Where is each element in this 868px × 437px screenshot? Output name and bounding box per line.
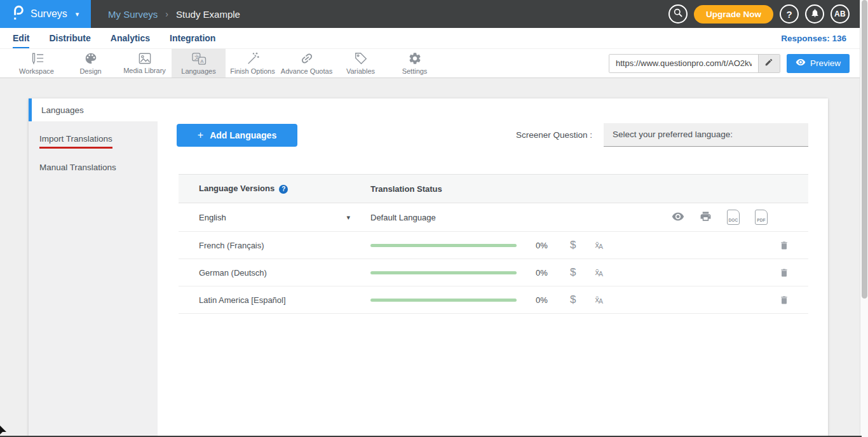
table-row-language: Latin America [Español] 0% $ x̄A bbox=[179, 286, 808, 314]
translate-icon[interactable]: x̄A bbox=[595, 295, 603, 305]
side-item-import-translations[interactable]: Import Translations bbox=[29, 127, 158, 156]
toolbar-item-label: Languages bbox=[181, 67, 215, 75]
nav-tab-edit[interactable]: Edit bbox=[13, 28, 29, 48]
caret-down-icon: ▾ bbox=[346, 213, 350, 222]
toolbar-item-settings[interactable]: Settings bbox=[388, 49, 442, 77]
export-pdf-icon[interactable]: PDF bbox=[755, 210, 768, 225]
nav-tab-integration[interactable]: Integration bbox=[170, 28, 215, 48]
survey-url-input[interactable] bbox=[609, 55, 758, 72]
toolbar-item-variables[interactable]: Variables bbox=[334, 49, 388, 77]
translate-icon[interactable]: x̄A bbox=[595, 240, 603, 250]
content-wrap: Surveys ▾ My Surveys › Study Example Upg… bbox=[0, 0, 860, 437]
column-translation-status: Translation Status bbox=[370, 184, 808, 194]
page-background: Languages Import Translations Manual Tra… bbox=[0, 78, 860, 437]
main-top-row: + Add Languages Screener Question : Sele… bbox=[179, 123, 808, 147]
toolbar-item-finish-options[interactable]: Finish Options bbox=[226, 49, 280, 77]
help-icon[interactable]: ? bbox=[279, 185, 288, 194]
table-row-default-language: English ▾ Default Language bbox=[179, 203, 808, 232]
language-label: German (Deutsch) bbox=[199, 268, 267, 278]
responses-count-link[interactable]: Responses: 136 bbox=[781, 34, 846, 43]
avatar-initials: AB bbox=[834, 10, 846, 18]
toolbar-item-media-library[interactable]: Media Library bbox=[118, 49, 172, 77]
default-language-status: Default Language DOC bbox=[370, 210, 808, 225]
settings-gear-icon bbox=[408, 51, 422, 65]
screener-question-group: Screener Question : Select your preferre… bbox=[516, 123, 808, 147]
trash-icon bbox=[779, 240, 789, 251]
language-label: Latin America [Español] bbox=[199, 295, 286, 305]
variables-icon bbox=[354, 51, 368, 65]
preview-button[interactable]: Preview bbox=[787, 54, 850, 73]
pencil-icon bbox=[764, 58, 773, 69]
translate-a-glyph: A bbox=[599, 243, 603, 250]
side-item-manual-translations[interactable]: Manual Translations bbox=[29, 156, 158, 179]
latin-glyph: A bbox=[200, 58, 204, 64]
toolbar-item-advance-quotas[interactable]: Advance Quotas bbox=[280, 49, 334, 77]
edit-url-button[interactable] bbox=[758, 55, 780, 72]
export-doc-icon[interactable]: DOC bbox=[727, 210, 740, 225]
page-scrollbar bbox=[860, 0, 868, 437]
language-status: 0% $ x̄A bbox=[370, 293, 808, 306]
workspace-icon bbox=[29, 52, 44, 65]
mouse-cursor bbox=[0, 424, 8, 437]
paid-translation-icon[interactable]: $ bbox=[570, 239, 576, 252]
toolbar-item-design[interactable]: Design bbox=[64, 49, 118, 77]
toolbar-item-label: Finish Options bbox=[230, 67, 275, 75]
product-name: Surveys bbox=[31, 8, 67, 20]
user-avatar[interactable]: AB bbox=[831, 4, 850, 24]
default-language-dropdown[interactable]: English ▾ bbox=[179, 213, 370, 222]
preview-label: Preview bbox=[810, 58, 841, 68]
side-item-label: Manual Translations bbox=[39, 163, 116, 172]
languages-card: Languages Import Translations Manual Tra… bbox=[29, 98, 828, 437]
language-name: French (Français) bbox=[179, 241, 370, 250]
questionpro-logo-icon bbox=[11, 4, 25, 24]
translation-percent: 0% bbox=[536, 241, 552, 250]
add-languages-button[interactable]: + Add Languages bbox=[177, 124, 297, 147]
default-language-status-label: Default Language bbox=[370, 213, 436, 222]
column-label: Translation Status bbox=[370, 184, 442, 194]
delete-language-button[interactable] bbox=[779, 240, 789, 251]
view-survey-eye-icon[interactable] bbox=[672, 210, 684, 225]
edit-toolbar: Workspace Design Media Library bbox=[0, 49, 860, 78]
screener-question-select[interactable]: Select your preferred language: bbox=[604, 123, 808, 147]
translation-progress-bar bbox=[370, 271, 517, 274]
translation-percent: 0% bbox=[536, 295, 552, 305]
add-languages-label: Add Languages bbox=[210, 130, 276, 140]
help-button[interactable]: ? bbox=[780, 4, 799, 24]
translate-a-glyph: A bbox=[599, 270, 603, 278]
translation-progress-bar bbox=[370, 299, 517, 302]
trash-icon bbox=[779, 295, 789, 306]
advance-quotas-icon bbox=[300, 51, 314, 65]
language-status: 0% $ x̄A bbox=[370, 266, 808, 279]
toolbar-item-workspace[interactable]: Workspace bbox=[10, 49, 64, 77]
scrollbar-thumb[interactable] bbox=[862, 0, 867, 299]
screener-question-label: Screener Question : bbox=[516, 130, 592, 140]
table-row-language: French (Français) 0% $ x̄A bbox=[179, 232, 808, 259]
surveys-menu-button[interactable]: Surveys ▾ bbox=[0, 0, 91, 28]
delete-language-button[interactable] bbox=[779, 295, 789, 306]
notifications-button[interactable] bbox=[805, 4, 824, 24]
topbar-actions: Upgrade Now ? AB bbox=[668, 4, 860, 24]
language-name: German (Deutsch) bbox=[179, 268, 370, 278]
toolbar-right: Preview bbox=[609, 49, 860, 77]
topbar: Surveys ▾ My Surveys › Study Example Upg… bbox=[0, 0, 860, 28]
paid-translation-icon[interactable]: $ bbox=[570, 266, 576, 279]
table-header-row: Language Versions? Translation Status bbox=[179, 174, 808, 203]
plus-icon: + bbox=[198, 130, 203, 141]
languages-side-menu: Import Translations Manual Translations bbox=[29, 121, 158, 437]
survey-nav: Edit Distribute Analytics Integration Re… bbox=[0, 28, 860, 49]
toolbar-item-languages[interactable]: 文 A Languages bbox=[172, 49, 226, 77]
breadcrumb-my-surveys-link[interactable]: My Surveys bbox=[108, 9, 158, 20]
chevron-right-icon: › bbox=[165, 9, 168, 19]
nav-tab-analytics[interactable]: Analytics bbox=[111, 28, 150, 48]
card-body: Import Translations Manual Translations … bbox=[29, 121, 828, 437]
delete-language-button[interactable] bbox=[779, 267, 789, 278]
translate-icon[interactable]: x̄A bbox=[595, 267, 603, 278]
paid-translation-icon[interactable]: $ bbox=[570, 293, 576, 306]
nav-tab-distribute[interactable]: Distribute bbox=[49, 28, 90, 48]
print-icon[interactable] bbox=[700, 210, 712, 224]
translation-percent: 0% bbox=[536, 268, 552, 278]
languages-main: + Add Languages Screener Question : Sele… bbox=[158, 121, 828, 437]
card-header: Languages bbox=[29, 98, 828, 121]
search-button[interactable] bbox=[668, 4, 688, 24]
upgrade-now-button[interactable]: Upgrade Now bbox=[694, 5, 773, 24]
